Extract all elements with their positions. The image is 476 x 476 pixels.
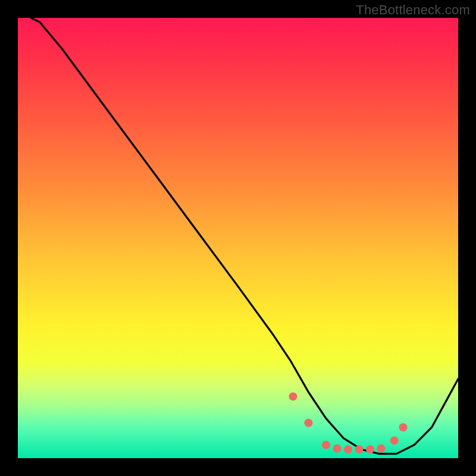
optimal-dot — [322, 441, 330, 449]
plot-area — [18, 18, 458, 458]
chart-frame: TheBottleneck.com — [0, 0, 476, 476]
optimal-dot — [355, 445, 364, 453]
optimal-zone-dots — [289, 392, 408, 453]
watermark-text: TheBottleneck.com — [356, 2, 470, 18]
optimal-dot — [344, 445, 352, 453]
optimal-dot — [333, 444, 342, 453]
optimal-dot — [390, 436, 399, 444]
optimal-dot — [377, 444, 386, 453]
bottleneck-curve — [31, 18, 458, 454]
chart-svg — [18, 18, 458, 458]
optimal-dot — [399, 423, 408, 431]
optimal-dot — [304, 419, 312, 427]
optimal-dot — [366, 445, 374, 453]
optimal-dot — [289, 392, 298, 400]
